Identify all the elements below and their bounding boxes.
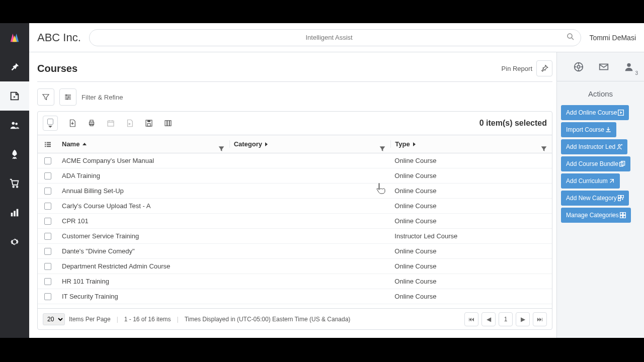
- nav-courses[interactable]: [0, 81, 29, 111]
- col-type-filter[interactable]: [540, 145, 548, 153]
- svg-rect-5: [11, 213, 13, 216]
- table-row[interactable]: Dante's "Divine Comedy"Online Course: [38, 244, 552, 259]
- row-checkbox[interactable]: [44, 188, 51, 195]
- svg-rect-29: [47, 144, 51, 145]
- svg-point-34: [627, 63, 630, 66]
- row-checkbox[interactable]: [44, 203, 51, 210]
- messages-icon[interactable]: [594, 57, 614, 77]
- row-checkbox[interactable]: [44, 278, 51, 285]
- print-button[interactable]: [83, 115, 100, 132]
- row-name: HR 101 Training: [58, 278, 229, 285]
- svg-point-8: [568, 34, 572, 38]
- action-add-course-bundle[interactable]: Add Course Bundle: [561, 156, 630, 171]
- col-name-label: Name: [62, 140, 79, 148]
- row-checkbox[interactable]: [44, 172, 51, 179]
- range-label: 1 - 16 of 16 items: [124, 316, 171, 323]
- action-add-online-course[interactable]: Add Online Course: [561, 105, 629, 120]
- table-body: ACME Company's User ManualOnline CourseA…: [38, 153, 552, 308]
- table-row[interactable]: Department Restricted Admin CourseOnline…: [38, 259, 552, 274]
- row-checkbox[interactable]: [44, 248, 51, 255]
- action-add-curriculum[interactable]: Add Curriculum: [561, 173, 620, 189]
- col-type-header[interactable]: Type: [390, 140, 552, 148]
- table-row[interactable]: ADA TrainingOnline Course: [38, 168, 552, 184]
- leftnav: [0, 23, 29, 338]
- sort-right-icon: [413, 142, 416, 146]
- table-row[interactable]: ACME Company's User ManualOnline Course: [38, 153, 552, 168]
- page-last[interactable]: ⏭: [533, 312, 547, 326]
- timezone-label: Times Displayed in (UTC-05:00) Eastern T…: [185, 316, 351, 323]
- pin-report-button[interactable]: [536, 60, 552, 76]
- nav-reports[interactable]: [0, 198, 29, 227]
- save-view-button[interactable]: [140, 115, 157, 132]
- user-name[interactable]: Tommi DeMasi: [589, 34, 636, 42]
- row-name: Department Restricted Admin Course: [58, 262, 229, 270]
- search-input[interactable]: [89, 29, 582, 46]
- svg-rect-16: [90, 120, 93, 122]
- svg-rect-22: [165, 121, 167, 126]
- row-name: ACME Company's User Manual: [58, 157, 229, 164]
- action-add-new-category[interactable]: Add New Category: [561, 191, 629, 206]
- search-button[interactable]: [565, 32, 576, 43]
- row-name: Annual Billing Set-Up: [58, 187, 229, 195]
- filter-button[interactable]: [37, 88, 54, 106]
- svg-rect-7: [17, 209, 19, 217]
- row-type: Instructor Led Course: [390, 232, 552, 240]
- svg-point-3: [12, 122, 15, 125]
- row-type: Online Course: [390, 217, 552, 225]
- table-row[interactable]: CPR 101Online Course: [38, 214, 552, 229]
- profile-icon[interactable]: 3: [619, 57, 639, 77]
- col-name-filter[interactable]: [217, 145, 225, 153]
- notif-badge: 3: [635, 70, 638, 76]
- nav-store[interactable]: [0, 169, 29, 198]
- table-row[interactable]: Carly's Course Upload Test - AOnline Cou…: [38, 199, 552, 214]
- svg-rect-20: [147, 120, 150, 122]
- row-checkbox[interactable]: [44, 233, 51, 240]
- row-name: Carly's Course Upload Test - A: [58, 202, 229, 210]
- selection-count: 0 item(s) selected: [479, 119, 547, 128]
- app-logo: [0, 23, 29, 52]
- row-checkbox[interactable]: [44, 293, 51, 300]
- columns-button[interactable]: [159, 115, 177, 132]
- customize-columns-button[interactable]: [59, 88, 76, 106]
- nav-pin[interactable]: [0, 52, 29, 81]
- table-row[interactable]: HR 101 TrainingOnline Course: [38, 274, 552, 289]
- action-manage-categories[interactable]: Manage Categories: [561, 208, 631, 223]
- col-name-header[interactable]: Name: [58, 140, 229, 148]
- col-category-header[interactable]: Category: [229, 140, 391, 148]
- svg-rect-28: [47, 142, 51, 143]
- actions-title: Actions: [557, 81, 644, 103]
- col-category-filter[interactable]: [378, 145, 386, 153]
- row-checkbox[interactable]: [44, 218, 51, 225]
- row-type: Online Course: [390, 278, 552, 285]
- page-first[interactable]: ⏮: [464, 312, 478, 326]
- svg-rect-24: [170, 121, 171, 126]
- row-checkbox[interactable]: [44, 157, 51, 164]
- nav-users[interactable]: [0, 111, 29, 140]
- action-import-course[interactable]: Import Course: [561, 122, 616, 137]
- per-page-label: Items Per Page: [69, 316, 111, 323]
- nav-launch[interactable]: [0, 140, 29, 169]
- row-name: CPR 101: [58, 217, 229, 225]
- per-page-select[interactable]: 20: [43, 313, 65, 325]
- svg-rect-21: [147, 124, 150, 126]
- table-row[interactable]: Customer Service TrainingInstructor Led …: [38, 229, 552, 244]
- row-name: Dante's "Divine Comedy": [58, 247, 229, 255]
- row-type: Online Course: [390, 202, 552, 210]
- copy-link-button[interactable]: [121, 115, 138, 132]
- col-category-label: Category: [234, 140, 262, 148]
- support-icon[interactable]: [569, 57, 589, 77]
- action-add-instructor-led[interactable]: Add Instructor Led: [561, 139, 627, 154]
- schedule-button[interactable]: [102, 115, 119, 132]
- svg-point-32: [577, 65, 580, 68]
- action-label: Add New Category: [566, 195, 617, 202]
- export-button[interactable]: [64, 115, 81, 132]
- select-all-dropdown[interactable]: [43, 116, 58, 131]
- table-row[interactable]: Annual Billing Set-UpOnline Course: [38, 184, 552, 199]
- nav-settings[interactable]: [0, 227, 29, 256]
- svg-point-4: [15, 123, 18, 125]
- sort-asc-icon: [83, 143, 87, 145]
- page-next[interactable]: ▶: [516, 312, 530, 326]
- page-prev[interactable]: ◀: [481, 312, 496, 326]
- row-checkbox[interactable]: [44, 263, 51, 270]
- table-row[interactable]: IT Security TrainingOnline Course: [38, 289, 552, 304]
